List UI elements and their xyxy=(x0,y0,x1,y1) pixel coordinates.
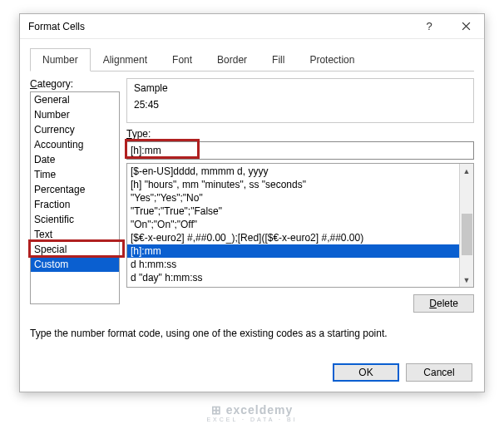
scrollbar[interactable]: ▲ ▼ xyxy=(459,164,473,287)
dialog-title: Format Cells xyxy=(28,21,411,32)
tab-font[interactable]: Font xyxy=(160,48,205,72)
tab-alignment[interactable]: Alignment xyxy=(91,48,160,72)
category-panel: Category: GeneralNumberCurrencyAccountin… xyxy=(30,78,120,313)
right-panel: Sample 25:45 Type: [$-en-US]dddd, mmmm d… xyxy=(126,78,474,313)
category-item[interactable]: Percentage xyxy=(31,182,119,197)
watermark: ⊞ exceldemy EXCEL · DATA · BI xyxy=(206,403,297,422)
dialog-content: NumberAlignmentFontBorderFillProtection … xyxy=(20,39,484,348)
delete-button[interactable]: Delete xyxy=(413,294,474,313)
cancel-button[interactable]: Cancel xyxy=(406,363,472,382)
format-item[interactable]: [h]:mm xyxy=(127,244,459,258)
watermark-main: exceldemy xyxy=(226,403,294,417)
category-item[interactable]: Text xyxy=(31,227,119,242)
watermark-sub: EXCEL · DATA · BI xyxy=(206,417,297,422)
scroll-thumb[interactable] xyxy=(462,214,472,255)
format-item[interactable]: [$-en-US]dddd, mmmm d, yyyy xyxy=(127,165,459,178)
category-item[interactable]: Accounting xyxy=(31,137,119,152)
scroll-up-icon[interactable]: ▲ xyxy=(460,164,473,178)
category-item[interactable]: Fraction xyxy=(31,197,119,212)
tab-body: Category: GeneralNumberCurrencyAccountin… xyxy=(30,78,474,313)
category-item[interactable]: Special xyxy=(31,242,119,257)
category-item[interactable]: General xyxy=(31,92,119,107)
close-icon xyxy=(462,22,471,31)
scroll-down-icon[interactable]: ▼ xyxy=(460,273,473,287)
format-item[interactable]: "True";"True";"False" xyxy=(127,205,459,218)
format-list[interactable]: [$-en-US]dddd, mmmm d, yyyy[h] "hours", … xyxy=(126,163,474,288)
type-input[interactable] xyxy=(126,141,474,160)
format-item[interactable]: d h:mm:ss xyxy=(127,258,459,271)
help-button[interactable]: ? xyxy=(411,14,447,39)
category-label: Category: xyxy=(30,78,120,90)
format-item[interactable]: [h] "hours", mm "minutes", ss "seconds" xyxy=(127,178,459,191)
sample-value: 25:45 xyxy=(134,99,467,111)
hint-text: Type the number format code, using one o… xyxy=(30,328,474,339)
format-item[interactable]: "On";"On";"Off" xyxy=(127,218,459,231)
format-item[interactable]: d "day" h:mm:ss xyxy=(127,271,459,284)
tab-number[interactable]: Number xyxy=(30,48,91,72)
tab-border[interactable]: Border xyxy=(205,48,259,72)
tab-strip: NumberAlignmentFontBorderFillProtection xyxy=(30,47,474,72)
category-item[interactable]: Currency xyxy=(31,122,119,137)
format-list-items: [$-en-US]dddd, mmmm d, yyyy[h] "hours", … xyxy=(127,164,459,287)
category-item[interactable]: Scientific xyxy=(31,212,119,227)
category-item[interactable]: Time xyxy=(31,167,119,182)
tab-fill[interactable]: Fill xyxy=(259,48,297,72)
sample-box: Sample 25:45 xyxy=(126,78,474,123)
category-item[interactable]: Custom xyxy=(31,257,119,272)
category-item[interactable]: Number xyxy=(31,107,119,122)
close-button[interactable] xyxy=(447,14,484,39)
category-list[interactable]: GeneralNumberCurrencyAccountingDateTimeP… xyxy=(30,91,120,304)
sample-label: Sample xyxy=(134,82,467,94)
delete-row: Delete xyxy=(126,294,474,313)
format-item[interactable]: d "day," h "hours," m "minutes and" s "s… xyxy=(127,284,459,287)
watermark-logo-icon: ⊞ xyxy=(211,403,226,417)
format-item[interactable]: [$€-x-euro2] #,##0.00_);[Red]([$€-x-euro… xyxy=(127,231,459,244)
format-item[interactable]: "Yes";"Yes";"No" xyxy=(127,191,459,205)
format-cells-dialog: Format Cells ? NumberAlignmentFontBorder… xyxy=(19,13,485,392)
dialog-footer: OK Cancel xyxy=(333,363,472,382)
tab-protection[interactable]: Protection xyxy=(297,48,367,72)
titlebar: Format Cells ? xyxy=(20,14,484,39)
ok-button[interactable]: OK xyxy=(333,363,399,382)
type-label: Type: xyxy=(126,128,474,140)
category-item[interactable]: Date xyxy=(31,152,119,167)
